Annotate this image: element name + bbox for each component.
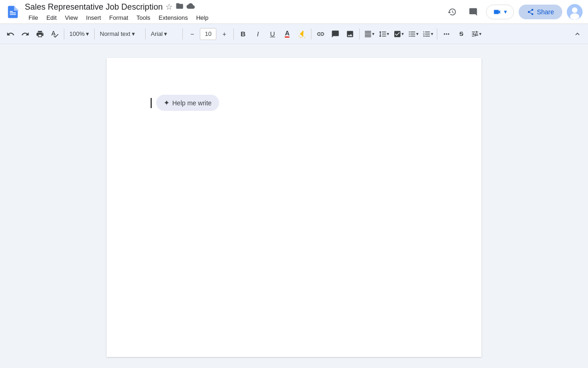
divider-1 xyxy=(64,29,64,40)
align-button[interactable]: ▾ xyxy=(362,27,376,41)
svg-rect-2 xyxy=(10,11,13,12)
underline-button[interactable]: U xyxy=(266,27,279,41)
svg-point-5 xyxy=(570,13,579,20)
font-chevron-icon: ▾ xyxy=(164,30,167,37)
sparkle-icon: ✦ xyxy=(164,98,170,107)
menu-bar: File Edit View Insert Format Tools Exten… xyxy=(25,13,444,22)
svg-rect-0 xyxy=(10,12,16,13)
image-button[interactable] xyxy=(343,27,357,41)
numbered-list-button[interactable]: ▾ xyxy=(421,27,435,41)
star-icon[interactable]: ☆ xyxy=(165,2,173,12)
divider-3 xyxy=(145,29,146,40)
menu-edit[interactable]: Edit xyxy=(43,13,60,22)
cursor-line: ✦ Help me write xyxy=(151,95,437,111)
comment-button[interactable] xyxy=(328,27,342,41)
comments-button[interactable] xyxy=(465,4,481,20)
bold-button[interactable]: B xyxy=(236,27,250,41)
zoom-value: 100% xyxy=(69,30,85,37)
cloud-icon[interactable] xyxy=(187,2,195,12)
text-style-dropdown[interactable]: Normal text ▾ xyxy=(97,29,143,39)
meet-button[interactable]: ▾ xyxy=(486,5,514,19)
folder-icon[interactable] xyxy=(175,2,184,12)
spellcheck-button[interactable] xyxy=(48,27,62,41)
zoom-chevron-icon: ▾ xyxy=(86,30,89,37)
svg-point-4 xyxy=(572,7,577,13)
divider-4 xyxy=(182,29,183,40)
redo-button[interactable] xyxy=(18,27,32,41)
user-avatar[interactable] xyxy=(567,4,582,20)
title-right: ▾ Share xyxy=(444,4,582,20)
zoom-dropdown[interactable]: 100% ▾ xyxy=(67,29,92,39)
share-button[interactable]: Share xyxy=(519,5,562,19)
menu-help[interactable]: Help xyxy=(192,13,212,22)
toolbar: 100% ▾ Normal text ▾ Arial ▾ − + B I U A xyxy=(0,24,588,44)
help-me-write-button[interactable]: ✦ Help me write xyxy=(156,95,219,111)
menu-view[interactable]: View xyxy=(61,13,81,22)
print-button[interactable] xyxy=(33,27,47,41)
font-size-input[interactable] xyxy=(200,28,216,40)
divider-6 xyxy=(311,29,311,40)
help-me-write-label: Help me write xyxy=(172,99,212,107)
collapse-toolbar-button[interactable] xyxy=(571,27,584,41)
menu-tools[interactable]: Tools xyxy=(133,13,154,22)
meet-label: ▾ xyxy=(504,8,507,15)
text-cursor xyxy=(151,98,152,108)
svg-rect-1 xyxy=(10,14,16,15)
menu-format[interactable]: Format xyxy=(106,13,132,22)
checklist-button[interactable]: ▾ xyxy=(391,27,405,41)
line-spacing-button[interactable]: ▾ xyxy=(377,27,390,41)
doc-title[interactable]: Sales Representative Job Description xyxy=(25,2,163,12)
text-style-value: Normal text xyxy=(100,30,130,37)
font-size-controls: − + xyxy=(185,27,231,41)
bullet-list-button[interactable]: ▾ xyxy=(406,27,420,41)
docs-logo-icon xyxy=(6,5,20,19)
undo-button[interactable] xyxy=(4,27,17,41)
font-value: Arial xyxy=(151,30,163,37)
formatting-options-button[interactable]: ▾ xyxy=(469,27,483,41)
menu-insert[interactable]: Insert xyxy=(82,13,105,22)
divider-2 xyxy=(94,29,95,40)
more-options-button[interactable] xyxy=(440,27,453,41)
highlight-button[interactable] xyxy=(295,27,309,41)
title-section: Sales Representative Job Description ☆ F… xyxy=(25,2,444,22)
divider-8 xyxy=(437,29,437,40)
italic-button[interactable]: I xyxy=(251,27,265,41)
text-style-chevron-icon: ▾ xyxy=(132,30,135,37)
document-area: ✦ Help me write xyxy=(0,44,588,368)
link-button[interactable] xyxy=(314,27,328,41)
history-button[interactable] xyxy=(444,4,460,20)
strikethrough-button[interactable]: S xyxy=(454,27,468,41)
font-size-decrease-button[interactable]: − xyxy=(185,27,199,41)
font-dropdown[interactable]: Arial ▾ xyxy=(148,29,180,39)
menu-extensions[interactable]: Extensions xyxy=(155,13,192,22)
share-label: Share xyxy=(537,8,554,16)
font-size-increase-button[interactable]: + xyxy=(217,27,231,41)
document-page[interactable]: ✦ Help me write xyxy=(107,58,481,357)
divider-7 xyxy=(359,29,360,40)
menu-file[interactable]: File xyxy=(25,13,42,22)
title-bar: Sales Representative Job Description ☆ F… xyxy=(0,0,588,24)
text-color-button[interactable]: A xyxy=(280,27,294,41)
divider-5 xyxy=(233,29,234,40)
